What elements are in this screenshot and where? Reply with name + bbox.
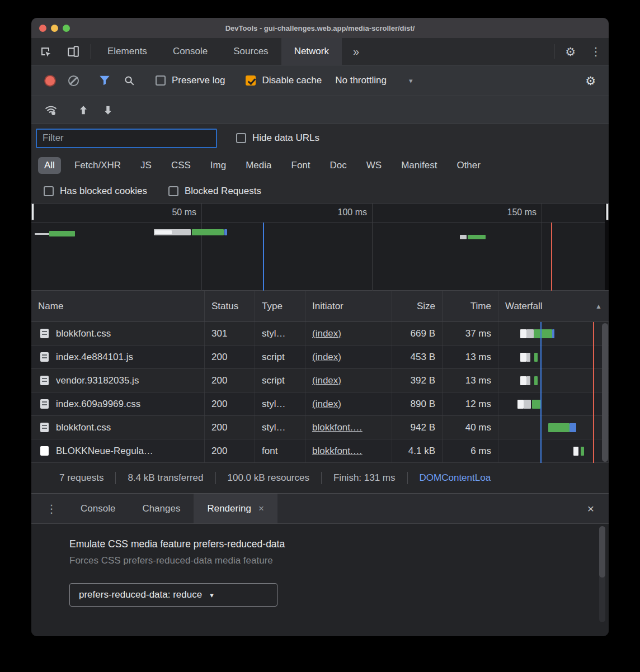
- drawer-close-button[interactable]: ×: [573, 494, 609, 523]
- tab-close-icon[interactable]: ×: [258, 503, 264, 514]
- filter-chip-other[interactable]: Other: [450, 157, 487, 174]
- time-tick-label: 150 ms: [507, 207, 542, 217]
- disable-cache-label: Disable cache: [262, 75, 322, 86]
- column-header-initiator[interactable]: Initiator: [305, 291, 392, 321]
- transferred-size: 8.4 kB transferred: [128, 472, 203, 484]
- size-cell: 942 B: [392, 416, 443, 439]
- has-blocked-cookies-label: Has blocked cookies: [60, 186, 147, 197]
- filter-chip-fetch-xhr[interactable]: Fetch/XHR: [68, 157, 127, 174]
- preserve-log-checkbox[interactable]: [156, 75, 166, 86]
- minimize-window-button[interactable]: [51, 25, 58, 32]
- tab-elements[interactable]: Elements: [95, 38, 160, 65]
- import-har-button[interactable]: [71, 104, 96, 116]
- initiator-link[interactable]: (index): [312, 328, 341, 339]
- dom-content-loaded-time: DOMContentLoa: [420, 472, 491, 484]
- caret-down-icon: ▾: [210, 591, 214, 599]
- disable-cache-checkbox[interactable]: [246, 75, 256, 86]
- request-name: vendor.93182035.js: [56, 375, 139, 386]
- size-cell: 890 B: [392, 392, 443, 415]
- clear-button[interactable]: [62, 75, 85, 86]
- device-toolbar-button[interactable]: [59, 38, 87, 65]
- time-cell: 13 ms: [443, 346, 498, 368]
- column-header-waterfall[interactable]: Waterfall ▲: [498, 291, 609, 321]
- hide-data-urls-label: Hide data URLs: [252, 132, 319, 144]
- prefers-reduced-data-select[interactable]: prefers-reduced-data: reduce ▾: [69, 583, 277, 607]
- time-cell: 40 ms: [443, 416, 498, 439]
- initiator-link[interactable]: blokkfont.…: [312, 422, 363, 433]
- initiator-link[interactable]: (index): [312, 352, 341, 363]
- column-header-name[interactable]: Name: [31, 291, 205, 321]
- has-blocked-cookies-checkbox[interactable]: [44, 186, 54, 196]
- drawer-menu-button[interactable]: ⋮: [31, 494, 67, 523]
- divider: [407, 472, 408, 484]
- network-overview[interactable]: 50 ms 100 ms 150 ms: [31, 204, 609, 291]
- status-cell: 200: [205, 392, 255, 415]
- filter-chip-font[interactable]: Font: [285, 157, 317, 174]
- column-header-time[interactable]: Time: [443, 291, 498, 321]
- waterfall-track: [498, 392, 609, 415]
- filter-toggle-button[interactable]: [92, 75, 117, 86]
- more-tabs-button[interactable]: »: [342, 38, 370, 65]
- settings-button[interactable]: ⚙: [558, 38, 583, 65]
- file-icon: [40, 446, 49, 456]
- tab-network[interactable]: Network: [281, 38, 342, 65]
- column-header-size[interactable]: Size: [392, 291, 443, 321]
- filter-chip-ws[interactable]: WS: [360, 157, 388, 174]
- main-menu-button[interactable]: ⋮: [583, 38, 609, 65]
- hide-data-urls-checkbox[interactable]: [236, 133, 246, 143]
- column-header-type[interactable]: Type: [255, 291, 305, 321]
- drawer-tab-console[interactable]: Console: [67, 494, 129, 523]
- table-scrollbar[interactable]: [602, 323, 608, 462]
- network-conditions-icon: [44, 105, 58, 116]
- network-settings-button[interactable]: ⚙: [579, 75, 602, 87]
- filter-chip-media[interactable]: Media: [239, 157, 277, 174]
- file-icon: [40, 399, 49, 409]
- table-row[interactable]: index.609a9969.css 200 styl… (index) 890…: [31, 392, 609, 416]
- table-row[interactable]: blokkfont.css 301 styl… (index) 669 B 37…: [31, 322, 609, 346]
- initiator-link[interactable]: (index): [312, 375, 341, 386]
- waterfall-header-label: Waterfall: [505, 301, 542, 312]
- filter-chip-js[interactable]: JS: [134, 157, 158, 174]
- filter-chip-manifest[interactable]: Manifest: [395, 157, 443, 174]
- search-button[interactable]: [117, 74, 142, 87]
- overview-right-handle[interactable]: [606, 204, 609, 220]
- size-cell: 453 B: [392, 346, 443, 368]
- filter-chip-img[interactable]: Img: [204, 157, 232, 174]
- name-cell: blokkfont.css: [31, 322, 205, 345]
- record-button[interactable]: [38, 75, 62, 87]
- name-cell: index.4e884101.js: [31, 346, 205, 368]
- time-tick-label: 100 ms: [338, 207, 372, 217]
- initiator-link[interactable]: blokkfont.…: [312, 446, 363, 457]
- tab-sources[interactable]: Sources: [220, 38, 281, 65]
- table-row[interactable]: vendor.93182035.js 200 script (index) 39…: [31, 369, 609, 392]
- blocked-requests-checkbox[interactable]: [168, 186, 178, 196]
- throttling-select[interactable]: No throttling ▾: [328, 75, 419, 86]
- select-value: prefers-reduced-data: reduce: [79, 589, 202, 600]
- overview-left-handle[interactable]: [31, 204, 34, 220]
- filter-chip-doc[interactable]: Doc: [324, 157, 353, 174]
- initiator-cell: blokkfont.…: [305, 416, 392, 439]
- network-conditions-button[interactable]: [38, 105, 64, 116]
- dom-content-loaded-line: [540, 322, 542, 463]
- drawer-tab-changes[interactable]: Changes: [129, 494, 194, 523]
- table-row[interactable]: BLOKKNeue-Regula… 200 font blokkfont.… 4…: [31, 439, 609, 463]
- tab-console[interactable]: Console: [160, 38, 220, 65]
- initiator-cell: (index): [305, 322, 392, 345]
- export-har-button[interactable]: [96, 104, 120, 116]
- initiator-link[interactable]: (index): [312, 399, 341, 410]
- request-name: blokkfont.css: [56, 328, 111, 339]
- drawer-scrollbar-thumb[interactable]: [599, 526, 605, 578]
- filter-input[interactable]: [36, 129, 217, 148]
- close-window-button[interactable]: [39, 25, 46, 32]
- inspect-element-button[interactable]: [31, 38, 59, 65]
- drawer-tab-rendering[interactable]: Rendering ×: [194, 494, 277, 523]
- drawer: ⋮ Console Changes Rendering × × Emulate …: [31, 493, 609, 636]
- name-cell: vendor.93182035.js: [31, 369, 205, 392]
- table-row[interactable]: blokkfont.css 200 styl… blokkfont.… 942 …: [31, 416, 609, 439]
- filter-chip-all[interactable]: All: [38, 157, 61, 174]
- column-header-status[interactable]: Status: [205, 291, 255, 321]
- filter-chip-css[interactable]: CSS: [165, 157, 197, 174]
- table-row[interactable]: index.4e884101.js 200 script (index) 453…: [31, 346, 609, 369]
- maximize-window-button[interactable]: [63, 25, 70, 32]
- divider: [115, 472, 116, 484]
